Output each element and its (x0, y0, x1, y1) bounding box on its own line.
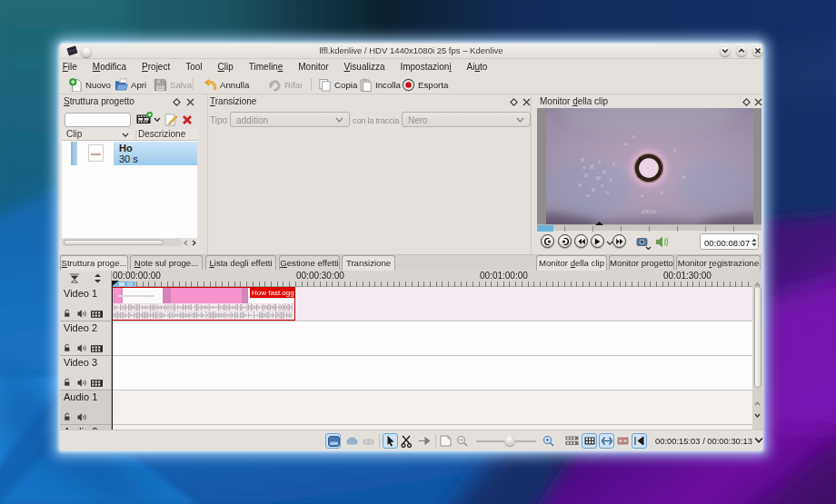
svg-text:ZXC4: ZXC4 (642, 209, 656, 214)
